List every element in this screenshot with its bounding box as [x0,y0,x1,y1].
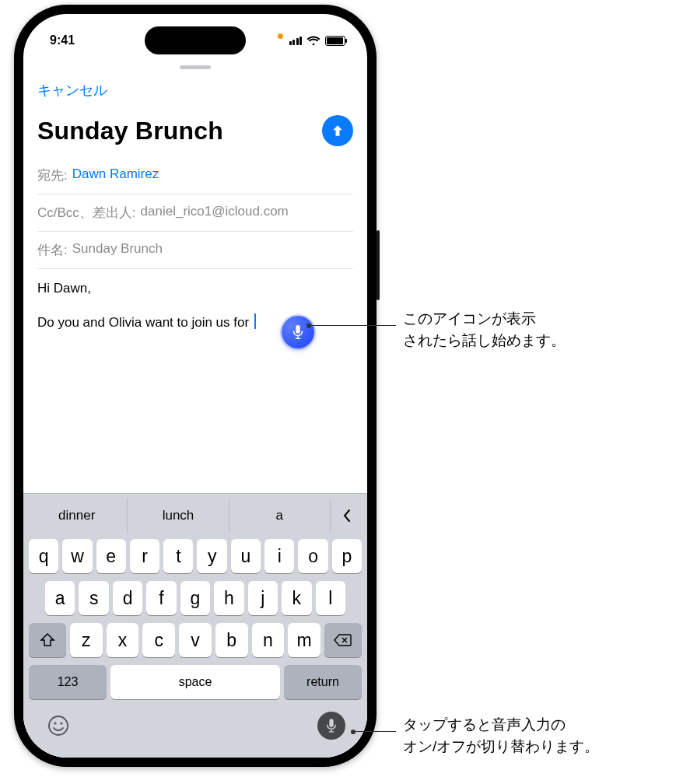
return-key[interactable]: return [284,665,362,699]
cancel-button[interactable]: キャンセル [37,81,107,100]
compose-title: Sunday Brunch [37,117,223,145]
status-right [278,33,346,48]
suggestion-2[interactable]: lunch [127,499,228,533]
svg-point-2 [54,722,56,724]
key-z[interactable]: z [70,623,103,657]
numbers-key[interactable]: 123 [29,665,107,699]
microphone-icon [292,324,304,340]
key-g[interactable]: g [180,581,210,615]
key-v[interactable]: v [179,623,212,657]
subject-label: 件名: [37,241,68,259]
key-f[interactable]: f [146,581,176,615]
callout-line-1 [309,325,396,326]
key-c[interactable]: c [142,623,175,657]
to-label: 宛先: [37,166,68,184]
backspace-key[interactable] [324,623,362,657]
compose-sheet: キャンセル Sunday Brunch 宛先: Dawn Ramirez Cc/… [23,59,367,758]
text-cursor [254,313,256,329]
key-m[interactable]: m [288,623,320,657]
shift-icon [40,633,55,647]
suggestion-row: dinner lunch a [26,499,364,533]
key-j[interactable]: j [248,581,278,615]
key-i[interactable]: i [264,539,294,573]
ccbcc-field[interactable]: Cc/Bcc、差出人: daniel_rico1@icloud.com [37,194,353,232]
callout-dictation-bubble: このアイコンが表示 されたら話し始めます。 [403,308,566,351]
subject-value: Sunday Brunch [72,241,163,259]
emoji-icon [47,715,69,737]
key-x[interactable]: x [107,623,139,657]
key-a[interactable]: a [45,581,75,615]
ccbcc-value: daniel_rico1@icloud.com [141,204,289,222]
arrow-up-icon [330,123,345,138]
svg-point-1 [49,716,68,735]
title-row: Sunday Brunch [37,115,353,146]
key-row-1: q w e r t y u i o p [26,539,364,573]
key-n[interactable]: n [252,623,285,657]
key-t[interactable]: t [163,539,193,573]
suggestion-1[interactable]: dinner [26,499,127,533]
svg-rect-0 [296,325,299,334]
wifi-icon [306,36,320,46]
key-p[interactable]: p [332,539,362,573]
send-button[interactable] [322,115,353,146]
keyboard-bottom-row [26,707,364,740]
keyboard: dinner lunch a q w e r t y u i o [23,493,367,758]
shift-key[interactable] [29,623,66,657]
key-k[interactable]: k [282,581,311,615]
key-s[interactable]: s [79,581,108,615]
suggestion-collapse[interactable] [330,499,364,533]
key-q[interactable]: q [29,539,58,573]
suggestion-3[interactable]: a [229,499,330,533]
chevron-left-icon [342,509,352,523]
svg-point-3 [60,722,62,724]
callout-mic-toggle: タップすると音声入力の オン/オフが切り替わります。 [403,714,599,757]
key-e[interactable]: e [96,539,126,573]
dictation-active-bubble[interactable] [282,316,314,348]
key-d[interactable]: d [113,581,142,615]
emoji-button[interactable] [45,712,72,739]
key-y[interactable]: y [197,539,226,573]
battery-icon [325,36,345,46]
key-r[interactable]: r [130,539,159,573]
body-line-1: Hi Dawn, [37,280,353,298]
key-o[interactable]: o [298,539,327,573]
cellular-icon [289,36,303,45]
key-h[interactable]: h [214,581,243,615]
space-key[interactable]: space [110,665,280,699]
notch [145,26,246,54]
to-field[interactable]: 宛先: Dawn Ramirez [37,157,353,194]
to-value: Dawn Ramirez [72,166,159,184]
mic-indicator-dot [278,33,283,39]
key-b[interactable]: b [215,623,248,657]
ccbcc-label: Cc/Bcc、差出人: [37,204,136,222]
phone-bezel: 9:41 キャンセル Sunday Brunch 宛先: Dawn Ramire… [14,5,377,767]
key-row-2: a s d f g h j k l [26,581,364,615]
status-time: 9:41 [50,33,75,47]
screen: 9:41 キャンセル Sunday Brunch 宛先: Dawn Ramire… [23,14,367,758]
microphone-icon [326,718,337,733]
key-u[interactable]: u [231,539,261,573]
svg-rect-4 [329,719,333,727]
body-line-2: Do you and Olivia want to join us for [37,315,253,330]
subject-field[interactable]: 件名: Sunday Brunch [37,232,353,269]
key-row-3: z x c v b n m [26,623,364,657]
dictation-toggle-button[interactable] [317,712,345,740]
key-row-4: 123 space return [26,665,364,699]
sheet-grabber[interactable] [180,65,211,69]
key-l[interactable]: l [316,581,345,615]
key-w[interactable]: w [62,539,92,573]
callout-line-2 [353,731,396,732]
backspace-icon [334,633,352,647]
